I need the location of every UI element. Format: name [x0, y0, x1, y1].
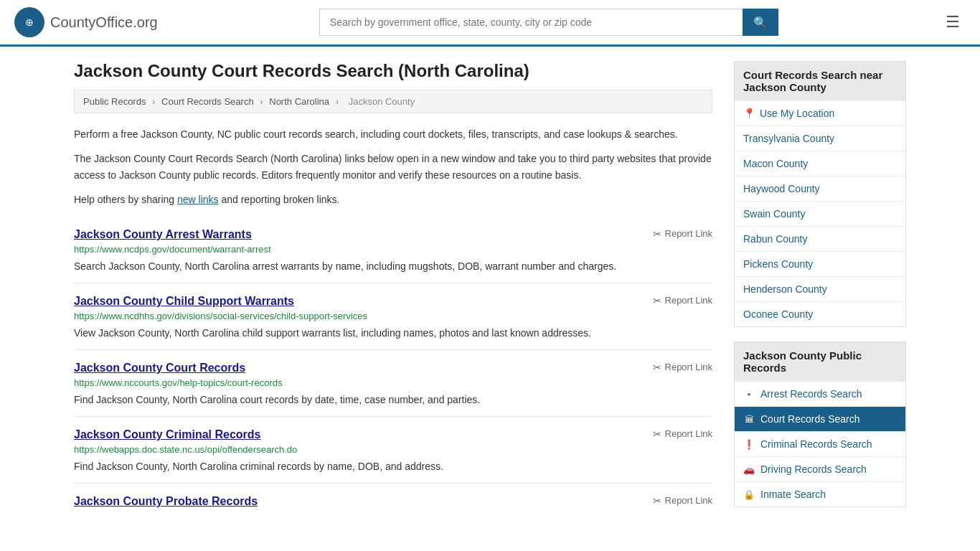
nearby-county-item[interactable]: Pickens County — [735, 251, 905, 276]
pub-rec-icon: 🏛 — [743, 414, 755, 425]
pub-rec-link[interactable]: Court Records Search — [760, 413, 860, 425]
pub-rec-link[interactable]: Driving Records Search — [760, 463, 867, 475]
location-pin-icon: 📍 — [743, 108, 755, 119]
record-header: Jackson County Arrest Warrants ✂ Report … — [74, 228, 712, 241]
logo-area: ⊕ CountyOffice.org — [14, 7, 158, 37]
report-link[interactable]: ✂ Report Link — [653, 495, 712, 507]
pub-rec-link[interactable]: Criminal Records Search — [760, 438, 872, 450]
nearby-county-item[interactable]: Henderson County — [735, 276, 905, 301]
search-button[interactable]: 🔍 — [743, 9, 778, 36]
record-header: Jackson County Probate Records ✂ Report … — [74, 495, 712, 508]
content-area: Jackson County Court Records Search (Nor… — [74, 61, 712, 522]
use-location-item[interactable]: 📍 Use My Location — [735, 100, 905, 126]
report-link[interactable]: ✂ Report Link — [653, 228, 712, 240]
record-url[interactable]: https://www.ncdhhs.gov/divisions/social-… — [74, 311, 712, 321]
sidebar: Court Records Search near Jackson County… — [734, 61, 906, 522]
record-header: Jackson County Court Records ✂ Report Li… — [74, 362, 712, 375]
use-location-label: Use My Location — [760, 108, 834, 119]
record-title[interactable]: Jackson County Arrest Warrants — [74, 228, 252, 241]
public-records-section: Jackson County Public Records ▪ Arrest R… — [734, 342, 906, 507]
hamburger-icon: ☰ — [946, 13, 960, 31]
search-input[interactable] — [319, 9, 743, 36]
public-records-item[interactable]: ▪ Arrest Records Search — [735, 381, 905, 406]
record-title[interactable]: Jackson County Court Records — [74, 362, 245, 375]
scissors-icon: ✂ — [653, 295, 661, 306]
pub-rec-label: Inmate Search — [760, 489, 826, 500]
nearby-county-link[interactable]: Oconee County — [743, 309, 813, 320]
description-1: Perform a free Jackson County, NC public… — [74, 126, 712, 142]
nearby-county-link[interactable]: Transylvania County — [743, 133, 834, 144]
record-header: Jackson County Child Support Warrants ✂ … — [74, 295, 712, 308]
public-records-item[interactable]: ❗ Criminal Records Search — [735, 431, 905, 456]
pub-rec-icon: 🚗 — [743, 464, 755, 475]
nearby-county-link[interactable]: Macon County — [743, 158, 808, 169]
report-link[interactable]: ✂ Report Link — [653, 295, 712, 306]
record-description: Find Jackson County, North Carolina crim… — [74, 459, 712, 474]
new-links[interactable]: new links — [177, 194, 219, 205]
record-url[interactable]: https://www.ncdps.gov/document/warrant-a… — [74, 244, 712, 255]
nearby-county-link[interactable]: Swain County — [743, 208, 805, 220]
nearby-county-item[interactable]: Macon County — [735, 151, 905, 176]
record-description: Search Jackson County, North Carolina ar… — [74, 259, 712, 274]
nearby-title: Court Records Search near Jackson County — [735, 62, 905, 100]
pub-rec-link[interactable]: Inmate Search — [760, 489, 826, 500]
report-link[interactable]: ✂ Report Link — [653, 428, 712, 440]
breadcrumb-court-records[interactable]: Court Records Search — [161, 96, 254, 107]
pub-rec-link[interactable]: Arrest Records Search — [760, 388, 862, 400]
nearby-county-item[interactable]: Rabun County — [735, 226, 905, 251]
logo-icon: ⊕ — [14, 7, 44, 37]
nearby-county-link[interactable]: Rabun County — [743, 233, 808, 245]
public-records-title: Jackson County Public Records — [735, 342, 905, 381]
public-records-list: ▪ Arrest Records Search 🏛 Court Records … — [735, 381, 905, 507]
nearby-county-link[interactable]: Pickens County — [743, 258, 813, 270]
nearby-county-item[interactable]: Oconee County — [735, 301, 905, 326]
nearby-county-item[interactable]: Swain County — [735, 201, 905, 226]
record-url[interactable]: https://www.nccourts.gov/help-topics/cou… — [74, 377, 712, 388]
breadcrumb-public-records[interactable]: Public Records — [83, 96, 146, 107]
search-area: 🔍 — [319, 9, 778, 36]
nearby-counties-list: Transylvania CountyMacon CountyHaywood C… — [735, 126, 905, 326]
nearby-county-item[interactable]: Transylvania County — [735, 126, 905, 151]
pub-rec-label: Driving Records Search — [760, 463, 867, 475]
pub-rec-icon: 🔒 — [743, 489, 755, 500]
public-records-item[interactable]: 🏛 Court Records Search — [735, 406, 905, 431]
main-container: Jackson County Court Records Search (Nor… — [60, 47, 920, 536]
breadcrumb: Public Records › Court Records Search › … — [74, 90, 712, 113]
nearby-section: Court Records Search near Jackson County… — [734, 61, 906, 327]
public-records-item[interactable]: 🚗 Driving Records Search — [735, 456, 905, 481]
scissors-icon: ✂ — [653, 428, 661, 440]
description-3: Help others by sharing new links and rep… — [74, 192, 712, 207]
logo-text: CountyOffice.org — [50, 14, 158, 31]
record-title[interactable]: Jackson County Probate Records — [74, 495, 258, 508]
nearby-county-link[interactable]: Henderson County — [743, 283, 827, 295]
record-entry: Jackson County Court Records ✂ Report Li… — [74, 349, 712, 416]
page-title: Jackson County Court Records Search (Nor… — [74, 61, 712, 81]
nearby-county-link[interactable]: Haywood County — [743, 183, 820, 194]
pub-rec-label: Criminal Records Search — [760, 438, 872, 450]
record-entry: Jackson County Criminal Records ✂ Report… — [74, 416, 712, 483]
record-entry: Jackson County Probate Records ✂ Report … — [74, 483, 712, 519]
records-list: Jackson County Arrest Warrants ✂ Report … — [74, 217, 712, 519]
svg-text:⊕: ⊕ — [25, 17, 34, 28]
search-icon: 🔍 — [753, 16, 768, 29]
header: ⊕ CountyOffice.org 🔍 ☰ — [0, 0, 980, 47]
scissors-icon: ✂ — [653, 228, 661, 240]
record-description: View Jackson County, North Carolina chil… — [74, 326, 712, 341]
scissors-icon: ✂ — [653, 362, 661, 373]
menu-button[interactable]: ☰ — [940, 10, 966, 34]
record-description: Find Jackson County, North Carolina cour… — [74, 392, 712, 408]
breadcrumb-north-carolina[interactable]: North Carolina — [269, 96, 329, 107]
scissors-icon: ✂ — [653, 495, 661, 507]
record-title[interactable]: Jackson County Child Support Warrants — [74, 295, 294, 308]
public-records-item[interactable]: 🔒 Inmate Search — [735, 481, 905, 507]
report-link[interactable]: ✂ Report Link — [653, 362, 712, 373]
nearby-county-item[interactable]: Haywood County — [735, 176, 905, 201]
pub-rec-label: Court Records Search — [760, 413, 860, 425]
pub-rec-label: Arrest Records Search — [760, 388, 862, 400]
record-entry: Jackson County Child Support Warrants ✂ … — [74, 283, 712, 349]
record-title[interactable]: Jackson County Criminal Records — [74, 428, 261, 441]
pub-rec-icon: ▪ — [743, 389, 755, 400]
record-url[interactable]: https://webapps.doc.state.nc.us/opi/offe… — [74, 444, 712, 455]
description-2: The Jackson County Court Records Search … — [74, 151, 712, 183]
record-entry: Jackson County Arrest Warrants ✂ Report … — [74, 217, 712, 283]
